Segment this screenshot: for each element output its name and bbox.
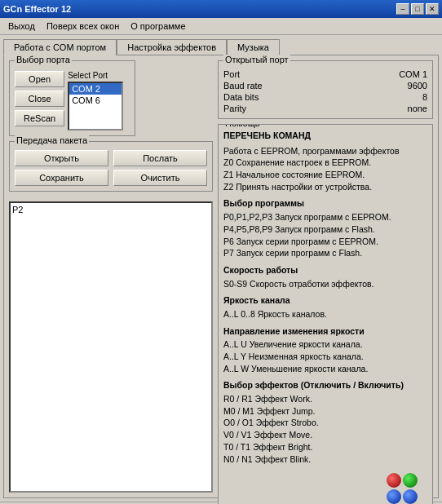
menu-topmost[interactable]: Поверх всех окон <box>42 20 124 33</box>
menu-bar: Выход Поверх всех окон О программе <box>0 18 442 35</box>
tab-com-port[interactable]: Работа с COM портом <box>3 39 117 55</box>
help-section-title-3: Яркость канала <box>223 294 427 307</box>
menu-exit[interactable]: Выход <box>3 20 40 33</box>
help-line-5-5: N0 / N1 Эффект Blink. <box>223 453 427 466</box>
tab-music[interactable]: Музыка <box>227 39 280 55</box>
ball-3 <box>387 489 401 504</box>
help-section-title-2: Скорость работы <box>223 264 427 276</box>
port-buttons: Open Close ReScan <box>15 71 64 126</box>
help-section-0: Работа с EEPROM, программами эффектов Z0… <box>223 145 427 193</box>
help-section-title-4: Направление изменения яркости <box>223 325 427 338</box>
help-section-3: Яркость канала A..L 0..8 Яркость каналов… <box>223 294 427 320</box>
help-line-3-0: A..L 0..8 Яркость каналов. <box>223 308 427 321</box>
help-line-2-0: S0-S9 Скорость отработки эффектов. <box>223 278 427 290</box>
help-line-1-0: P0,P1,P2,P3 Запуск программ с EEPROM. <box>223 211 427 223</box>
help-line-5-0: R0 / R1 Эффект Work. <box>223 393 427 405</box>
port-label-3: Parity <box>223 104 246 113</box>
help-line-5-3: V0 / V1 Эффект Move. <box>223 429 427 441</box>
transfer-buttons: Открыть Послать <box>15 150 207 166</box>
close-button[interactable]: ✕ <box>426 3 439 15</box>
ball-2 <box>403 473 418 488</box>
help-legend: Помощь <box>223 124 262 128</box>
help-section-4: Направление изменения яркости A..L U Уве… <box>223 325 427 375</box>
right-column: Открытый порт Port COM 1 Baud rate 9600 … <box>218 60 433 493</box>
help-line-4-2: A..L W Уменьшение яркости канала. <box>223 363 427 375</box>
port-row-1: Baud rate 9600 <box>223 81 427 91</box>
tab-effects[interactable]: Настройка эффектов <box>117 39 227 55</box>
packet-textarea[interactable] <box>12 205 210 489</box>
help-content: ПЕРЕЧЕНЬ КОМАНД Работа с EEPROM, програм… <box>223 130 427 465</box>
help-section-2: Скорость работы S0-S9 Скорость отработки… <box>223 264 427 290</box>
transfer-save-button[interactable]: Сохранить <box>15 170 108 186</box>
ball-1 <box>387 473 401 488</box>
port-value-0: COM 1 <box>399 69 427 79</box>
help-line-5-2: O0 / O1 Эффект Strobo. <box>223 417 427 429</box>
transfer-buttons-row2: Сохранить Очистить <box>15 170 207 186</box>
help-line-1-1: P4,P5,P8,P9 Запуск программ с Flash. <box>223 223 427 236</box>
help-panel: Помощь ПЕРЕЧЕНЬ КОМАНД Работа с EEPROM, … <box>218 124 433 504</box>
ball-4 <box>403 489 418 504</box>
help-section-5: Выбор эффектов (Отключить / Включить) R0… <box>223 379 427 465</box>
help-title: ПЕРЕЧЕНЬ КОМАНД <box>223 130 427 142</box>
help-section-title-5: Выбор эффектов (Отключить / Включить) <box>223 379 427 391</box>
maximize-button[interactable]: □ <box>411 3 424 15</box>
left-column: Выбор порта Open Close ReScan Select Por… <box>9 60 213 493</box>
main-container: Работа с COM портом Настройка эффектов М… <box>0 35 442 502</box>
port-info: Port COM 1 Baud rate 9600 Data bits 8 <box>223 69 427 113</box>
logo-balls <box>384 473 420 504</box>
open-port-panel: Открытый порт Port COM 1 Baud rate 9600 … <box>218 60 433 119</box>
help-line-1-2: P6 Запуск серии программ с EEPROM. <box>223 236 427 248</box>
port-label-0: Port <box>223 69 240 79</box>
help-line-0-1: Z0 Сохранение настроек в EEPROM. <box>223 157 427 169</box>
port-value-1: 9600 <box>408 81 427 91</box>
help-line-4-1: A..L Y Неизменная яркость канала. <box>223 351 427 363</box>
help-line-0-2: Z1 Начальное состояние EEPROM. <box>223 169 427 181</box>
help-line-5-1: M0 / M1 Эффект Jump. <box>223 405 427 418</box>
tab-bar: Работа с COM портом Настройка эффектов М… <box>3 38 439 55</box>
content-area: Выбор порта Open Close ReScan Select Por… <box>3 55 439 498</box>
port-item-com2[interactable]: COM 2 <box>69 83 122 95</box>
transfer-send-button[interactable]: Послать <box>113 150 207 166</box>
open-button[interactable]: Open <box>15 71 64 87</box>
help-line-0-3: Z2 Принять настройки от устройства. <box>223 181 427 193</box>
port-row-2: Data bits 8 <box>223 92 427 102</box>
title-bar: GCn Effector 12 – □ ✕ <box>0 0 442 18</box>
transfer-open-button[interactable]: Открыть <box>15 150 108 166</box>
port-row-3: Parity none <box>223 104 427 113</box>
close-button[interactable]: Close <box>15 91 64 107</box>
port-selection-panel: Выбор порта Open Close ReScan Select Por… <box>9 60 135 136</box>
help-line-4-0: A..L U Увеличение яркости канала. <box>223 338 427 351</box>
transfer-panel: Передача пакета Открыть Послать Сохранит… <box>9 141 213 192</box>
port-row-0: Port COM 1 <box>223 69 427 79</box>
content-inner: Выбор порта Open Close ReScan Select Por… <box>9 60 433 493</box>
window-title: GCn Effector 12 <box>3 4 71 14</box>
port-label-2: Data bits <box>223 92 259 102</box>
port-value-3: none <box>408 104 427 113</box>
open-port-legend: Открытый порт <box>223 55 290 64</box>
logo-area: 12 www.GetChip.net <box>377 473 427 504</box>
port-list[interactable]: COM 2 COM 6 <box>68 82 123 130</box>
title-bar-buttons: – □ ✕ <box>396 3 439 15</box>
help-line-0-0: Работа с EEPROM, программами эффектов <box>223 145 427 157</box>
select-port-label: Select Port <box>68 71 108 80</box>
help-section-title-1: Выбор программы <box>223 197 427 210</box>
menu-about[interactable]: О программе <box>126 20 190 33</box>
transfer-legend: Передача пакета <box>15 135 89 145</box>
minimize-button[interactable]: – <box>396 3 409 15</box>
help-line-5-4: T0 / T1 Эффект Bright. <box>223 441 427 453</box>
help-section-1: Выбор программы P0,P1,P2,P3 Запуск прогр… <box>223 197 427 259</box>
text-area-container <box>9 201 213 493</box>
port-value-2: 8 <box>422 92 427 102</box>
port-label-1: Baud rate <box>223 81 263 91</box>
port-item-com6[interactable]: COM 6 <box>69 95 122 106</box>
help-line-1-3: P7 Запуск серии программ с Flash. <box>223 247 427 259</box>
transfer-clear-button[interactable]: Очистить <box>113 170 207 186</box>
rescan-button[interactable]: ReScan <box>15 110 64 126</box>
port-selection-legend: Выбор порта <box>15 55 72 64</box>
